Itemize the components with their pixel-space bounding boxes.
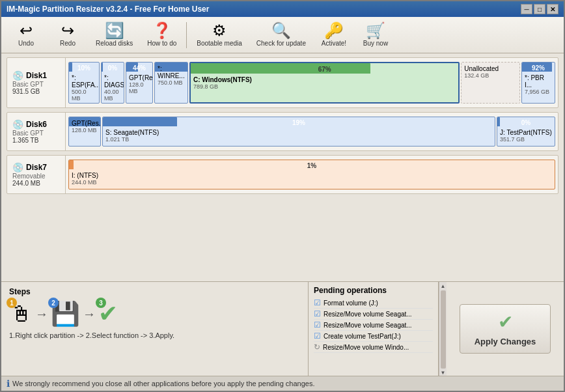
main-window: IM-Magic Partition Resizer v3.2.4 - Free… bbox=[0, 0, 565, 392]
bootable-label: Bootable media bbox=[197, 40, 242, 47]
check-update-label: Check for update bbox=[256, 40, 306, 47]
steps-visual: 1 🖱 → 2 💾 → 3 ✔ bbox=[9, 300, 300, 328]
step1-container: 1 🖱 bbox=[9, 300, 33, 328]
activate-button[interactable]: 🔑 Activate! bbox=[314, 20, 353, 50]
step2-container: 2 💾 bbox=[51, 300, 80, 328]
partition-pbr[interactable]: 92% *: PBR I... 7,956 GB bbox=[521, 62, 555, 104]
pending-scrollbar[interactable]: ▲ ▼ bbox=[439, 282, 447, 376]
step3-num: 3 bbox=[96, 298, 106, 308]
disk6-icon: 💿 bbox=[12, 119, 23, 130]
partition-gpt[interactable]: 44% GPT(Res... 128.0 MB bbox=[126, 62, 153, 104]
pending-text-3: Create volume TestPart(J:) bbox=[324, 333, 401, 340]
partition-diags[interactable]: 0% *: DIAGS... 40.00 MB bbox=[101, 62, 124, 104]
partition-esp[interactable]: 10% *: ESP(FA... 500.0 MB bbox=[68, 62, 100, 104]
disk7-size: 244.0 MB bbox=[12, 180, 60, 187]
status-bar: ℹ We strongly recommend you close all ot… bbox=[1, 376, 564, 391]
step1-num: 1 bbox=[7, 298, 17, 308]
activate-icon: 🔑 bbox=[324, 23, 344, 38]
disk7-type: Removable bbox=[12, 173, 60, 180]
step-arrow-2: → bbox=[83, 307, 96, 322]
partition-gpt6[interactable]: GPT(Res... 128.0 MB bbox=[68, 117, 101, 147]
step3-container: 3 ✔ bbox=[98, 300, 118, 328]
howto-button[interactable]: ❓ How to do bbox=[141, 20, 182, 50]
disk7-partitions: 1% I: (NTFS) 244.0 MB bbox=[66, 156, 558, 193]
pending-text-2: Resize/Move volume Seagat... bbox=[324, 322, 412, 329]
reload-button[interactable]: 🔄 Reload disks bbox=[90, 20, 139, 50]
bootable-icon: ⚙ bbox=[212, 23, 227, 38]
partition-unallocated[interactable]: Unallocated 132.4 GB bbox=[461, 62, 520, 104]
pending-item-4: ↻ Resize/Move volume Windo... bbox=[314, 342, 433, 353]
reload-label: Reload disks bbox=[96, 40, 133, 47]
maximize-button[interactable]: □ bbox=[534, 4, 545, 14]
disk-area: 💿 Disk1 Basic GPT 931.5 GB 10% *: ESP(FA… bbox=[1, 53, 564, 281]
undo-label: Undo bbox=[18, 40, 34, 47]
close-button[interactable]: ✕ bbox=[547, 4, 558, 14]
activate-label: Activate! bbox=[322, 40, 346, 47]
partition-seagate[interactable]: 19% S: Seagate(NTFS) 1.021 TB bbox=[102, 117, 495, 147]
scroll-up-arrow[interactable]: ▲ bbox=[441, 283, 446, 289]
disk1-info: 💿 Disk1 Basic GPT 931.5 GB bbox=[7, 58, 66, 107]
apply-panel: ✔ Apply Changes bbox=[447, 282, 564, 376]
howto-label: How to do bbox=[147, 40, 176, 47]
status-text: We strongly recommend you close all othe… bbox=[12, 380, 315, 387]
disk1-name: 💿 Disk1 bbox=[12, 70, 60, 81]
reload-icon: 🔄 bbox=[105, 23, 124, 38]
pending-text-4: Resize/Move volume Windo... bbox=[323, 344, 409, 351]
disk1-size: 931.5 GB bbox=[12, 88, 60, 95]
main-content: 💿 Disk1 Basic GPT 931.5 GB 10% *: ESP(FA… bbox=[1, 53, 564, 376]
disk6-row: 💿 Disk6 Basic GPT 1.365 TB GPT(Res... 12… bbox=[7, 112, 558, 151]
partition-windows[interactable]: 67% C: Windows(NTFS) 789.8 GB bbox=[189, 62, 460, 104]
disk1-partitions: 10% *: ESP(FA... 500.0 MB 0% *: DIAGS...… bbox=[66, 58, 558, 107]
bottom-panel: Steps 1 🖱 → 2 💾 → 3 ✔ bbox=[1, 281, 564, 376]
pending-check-1: ☑ bbox=[314, 309, 321, 318]
disk1-row: 💿 Disk1 Basic GPT 931.5 GB 10% *: ESP(FA… bbox=[7, 57, 558, 108]
pending-check-0: ☑ bbox=[314, 298, 321, 307]
steps-description: 1.Right click partition -> 2.Select func… bbox=[9, 331, 300, 339]
steps-panel: Steps 1 🖱 → 2 💾 → 3 ✔ bbox=[1, 282, 309, 376]
disk1-icon: 💿 bbox=[12, 70, 23, 81]
status-icon: ℹ bbox=[7, 378, 10, 389]
bootable-button[interactable]: ⚙ Bootable media bbox=[191, 20, 248, 50]
disk7-name: 💿 Disk7 bbox=[12, 162, 60, 173]
check-update-button[interactable]: 🔍 Check for update bbox=[251, 20, 312, 50]
disk1-type: Basic GPT bbox=[12, 81, 60, 88]
apply-label: Apply Changes bbox=[475, 337, 536, 346]
toolbar: ↩ Undo ↪ Redo 🔄 Reload disks ❓ How to do… bbox=[1, 17, 564, 53]
partition-ntfs7[interactable]: 1% I: (NTFS) 244.0 MB bbox=[68, 160, 555, 189]
disk6-size: 1.365 TB bbox=[12, 137, 60, 144]
howto-icon: ❓ bbox=[152, 23, 172, 38]
disk7-row: 💿 Disk7 Removable 244.0 MB 1% I: (NTFS) … bbox=[7, 155, 558, 194]
pending-list[interactable]: ☑ Format volume (J:) ☑ Resize/Move volum… bbox=[314, 298, 433, 359]
pending-spin-4: ↻ bbox=[314, 343, 320, 352]
scroll-down-arrow[interactable]: ▼ bbox=[441, 370, 446, 376]
minimize-button[interactable]: ─ bbox=[521, 4, 532, 14]
buynow-label: Buy now bbox=[363, 40, 388, 47]
redo-button[interactable]: ↪ Redo bbox=[48, 20, 87, 50]
apply-changes-button[interactable]: ✔ Apply Changes bbox=[460, 304, 551, 354]
redo-icon: ↪ bbox=[61, 23, 74, 38]
pending-title: Pending operations bbox=[314, 286, 433, 295]
pending-panel: Pending operations ☑ Format volume (J:) … bbox=[309, 282, 439, 376]
pending-item-2: ☑ Resize/Move volume Seagat... bbox=[314, 320, 433, 331]
disk7-icon: 💿 bbox=[12, 162, 23, 173]
pending-item-1: ☑ Resize/Move volume Seagat... bbox=[314, 309, 433, 320]
pending-text-0: Format volume (J:) bbox=[324, 300, 378, 307]
undo-icon: ↩ bbox=[20, 23, 33, 38]
disk6-info: 💿 Disk6 Basic GPT 1.365 TB bbox=[7, 113, 66, 150]
window-title: IM-Magic Partition Resizer v3.2.4 - Free… bbox=[7, 5, 209, 14]
pending-text-1: Resize/Move volume Seagat... bbox=[324, 311, 412, 318]
toolbar-separator-1 bbox=[186, 22, 187, 48]
buynow-icon: 🛒 bbox=[366, 23, 385, 38]
pending-item-3: ☑ Create volume TestPart(J:) bbox=[314, 331, 433, 342]
buynow-button[interactable]: 🛒 Buy now bbox=[356, 20, 395, 50]
redo-label: Redo bbox=[60, 40, 76, 47]
disk7-info: 💿 Disk7 Removable 244.0 MB bbox=[7, 156, 66, 193]
apply-icon: ✔ bbox=[498, 311, 513, 333]
partition-testpart[interactable]: 0% J: TestPart(NTFS) 351.7 GB bbox=[497, 117, 555, 147]
check-update-icon: 🔍 bbox=[271, 23, 291, 38]
title-bar-buttons: ─ □ ✕ bbox=[521, 4, 558, 14]
steps-title: Steps bbox=[9, 287, 300, 296]
step2-num: 2 bbox=[48, 298, 59, 308]
undo-button[interactable]: ↩ Undo bbox=[7, 20, 46, 50]
partition-winre[interactable]: *: WINRE... 750.0 MB bbox=[154, 62, 188, 104]
